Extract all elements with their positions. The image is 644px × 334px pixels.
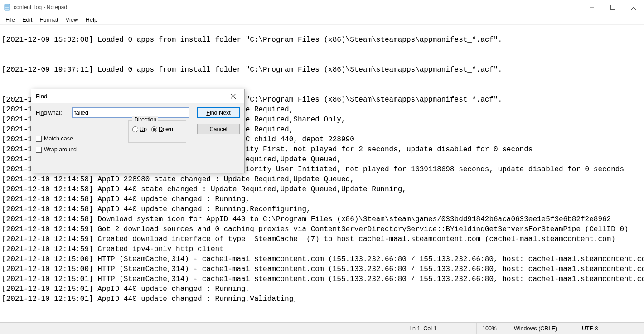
menu-file[interactable]: File — [2, 15, 19, 24]
maximize-button[interactable] — [602, 0, 623, 15]
direction-down-radio[interactable]: Down — [151, 126, 173, 132]
direction-label: Direction — [132, 116, 158, 123]
find-next-button[interactable]: Find Next — [197, 107, 240, 118]
status-eol: Windows (CRLF) — [508, 323, 576, 334]
status-zoom: 100% — [476, 323, 508, 334]
cancel-button[interactable]: Cancel — [197, 124, 240, 134]
minimize-button[interactable] — [581, 0, 602, 15]
text-editor[interactable]: [2021-12-09 15:02:08] Loaded 0 apps from… — [0, 25, 644, 322]
title-bar: content_log - Notepad — [0, 0, 644, 15]
status-bar: Ln 1, Col 1 100% Windows (CRLF) UTF-8 — [0, 322, 644, 334]
menu-view[interactable]: View — [62, 15, 82, 24]
svg-rect-5 — [611, 5, 615, 10]
svg-rect-0 — [5, 4, 10, 10]
find-close-button[interactable] — [226, 89, 240, 103]
menu-help[interactable]: Help — [82, 15, 101, 24]
find-titlebar[interactable]: Find — [31, 89, 244, 103]
direction-group: Direction Up Down — [128, 120, 186, 143]
close-button[interactable] — [623, 0, 644, 15]
match-case-checkbox[interactable]: Match case — [36, 136, 77, 142]
direction-up-radio[interactable]: Up — [132, 126, 147, 132]
status-encoding: UTF-8 — [576, 323, 644, 334]
window-controls — [581, 0, 644, 15]
notepad-icon — [4, 4, 11, 11]
menu-format[interactable]: Format — [36, 15, 62, 24]
find-input[interactable] — [72, 107, 189, 118]
find-what-label: Find what: — [36, 110, 68, 116]
find-dialog: Find Find what: Find Next Cancel Directi… — [31, 89, 245, 173]
status-position: Ln 1, Col 1 — [404, 323, 476, 334]
menu-edit[interactable]: Edit — [19, 15, 36, 24]
find-dialog-title: Find — [36, 93, 226, 100]
window-title: content_log - Notepad — [14, 4, 67, 10]
menu-bar: File Edit Format View Help — [0, 15, 644, 24]
content-area: [2021-12-09 15:02:08] Loaded 0 apps from… — [0, 24, 644, 322]
wrap-around-checkbox[interactable]: Wrap around — [36, 146, 77, 153]
